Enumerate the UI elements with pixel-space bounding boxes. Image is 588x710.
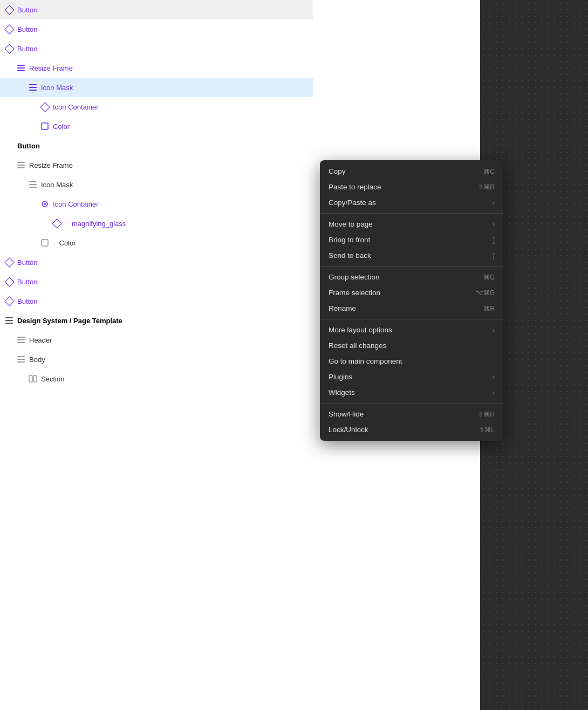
menu-item-widgets[interactable]: Widgets › [320, 385, 503, 400]
svg-point-14 [44, 203, 46, 205]
menu-item-rename[interactable]: Rename ⌘R [320, 301, 503, 316]
layer-label: Button [17, 25, 38, 33]
menu-item-copy-paste-as[interactable]: Copy/Paste as › [320, 195, 503, 210]
connector-arrow: ↓ [53, 240, 56, 246]
svg-rect-3 [29, 84, 37, 85]
menu-item-label: Go to main component [329, 357, 402, 365]
menu-item-label: Copy [329, 167, 346, 175]
submenu-arrow-icon: › [493, 326, 495, 334]
svg-rect-7 [17, 162, 25, 163]
diamond-icon [4, 5, 14, 15]
layer-label: Button [17, 297, 38, 305]
layer-item[interactable]: Color [0, 117, 313, 136]
layer-label: Button [17, 45, 38, 53]
svg-rect-20 [17, 339, 25, 340]
layer-item[interactable]: Button [0, 136, 313, 155]
shortcut-label: ⌘G [483, 274, 495, 281]
menu-item-label: More layout options [329, 326, 392, 334]
menu-item-bring-to-front[interactable]: Bring to front ] [320, 232, 503, 248]
diamond-icon [52, 219, 61, 228]
menu-item-label: Show/Hide [329, 410, 364, 418]
layer-item[interactable]: Section [0, 369, 313, 388]
layer-item[interactable]: Resize Frame [0, 58, 313, 78]
layer-item[interactable]: Button [0, 291, 313, 311]
resize-frame-icon [16, 335, 26, 345]
layer-item[interactable]: Icon Container [0, 194, 313, 214]
section-icon [28, 374, 38, 384]
layer-label: Color [59, 239, 76, 247]
layer-item[interactable]: Icon Container [0, 97, 313, 117]
menu-item-frame-selection[interactable]: Frame selection ⌥⌘G [320, 285, 503, 301]
menu-item-more-layout[interactable]: More layout options › [320, 322, 503, 338]
svg-rect-21 [17, 342, 25, 343]
menu-item-send-to-back[interactable]: Send to back [ [320, 248, 503, 263]
layer-label: Icon Container [53, 200, 99, 208]
layer-item[interactable]: ↓Color [0, 233, 313, 252]
svg-rect-6 [42, 123, 48, 129]
menu-item-reset-changes[interactable]: Reset all changes [320, 338, 503, 353]
layer-label: Icon Mask [41, 84, 73, 92]
layer-item[interactable]: Icon Mask [0, 78, 313, 97]
svg-rect-1 [17, 67, 25, 69]
layer-label: Color [53, 122, 70, 131]
layer-item[interactable]: Resize Frame [0, 155, 313, 175]
diamond-icon [4, 296, 14, 306]
submenu-arrow-icon: › [493, 199, 495, 207]
diamond-icon [40, 102, 50, 112]
menu-item-label: Copy/Paste as [329, 199, 376, 207]
svg-rect-23 [17, 359, 25, 360]
menu-item-label: Frame selection [329, 289, 380, 297]
menu-item-move-to-page[interactable]: Move to page › [320, 216, 503, 232]
layer-item[interactable]: Button [0, 0, 313, 19]
menu-divider [320, 266, 503, 267]
layer-item[interactable]: Button [0, 272, 313, 291]
menu-item-paste-replace[interactable]: Paste to replace ⇧⌘R [320, 179, 503, 195]
resize-frame-icon [4, 316, 14, 325]
layer-label: Button [17, 278, 38, 286]
diamond-icon [4, 24, 14, 34]
svg-rect-26 [33, 376, 37, 382]
layer-label: Design System / Page Template [17, 317, 122, 325]
layer-item[interactable]: Header [0, 330, 313, 350]
layer-item[interactable]: Button [0, 19, 313, 39]
layer-item[interactable]: Design System / Page Template [0, 311, 313, 330]
svg-rect-9 [17, 167, 25, 168]
svg-rect-18 [5, 323, 13, 324]
layer-label: Button [17, 142, 40, 150]
menu-item-label: Paste to replace [329, 183, 381, 191]
submenu-arrow-icon: › [493, 389, 495, 397]
layer-label: Button [17, 6, 38, 14]
svg-rect-17 [5, 320, 13, 321]
menu-item-label: Reset all changes [329, 342, 386, 350]
frame-icon [40, 238, 50, 248]
layer-item[interactable]: Button [0, 39, 313, 58]
frame-icon [40, 121, 50, 131]
svg-rect-5 [29, 90, 37, 91]
component-icon [40, 199, 50, 209]
layer-item[interactable]: │magnifying_glass [0, 214, 313, 233]
context-menu: Copy ⌘C Paste to replace ⇧⌘R Copy/Paste … [320, 160, 503, 441]
menu-item-label: Bring to front [329, 236, 370, 244]
no-icon [4, 141, 14, 151]
diamond-icon [4, 44, 14, 53]
menu-item-lock-unlock[interactable]: Lock/Unlock ⇧⌘L [320, 422, 503, 438]
shortcut-label: ⌘R [483, 305, 495, 312]
menu-item-group-selection[interactable]: Group selection ⌘G [320, 269, 503, 285]
menu-item-copy[interactable]: Copy ⌘C [320, 163, 503, 179]
menu-item-go-to-main[interactable]: Go to main component [320, 353, 503, 369]
menu-item-show-hide[interactable]: Show/Hide ⇧⌘H [320, 406, 503, 422]
layer-item[interactable]: Button [0, 252, 313, 272]
resize-frame-icon [16, 354, 26, 364]
menu-item-plugins[interactable]: Plugins › [320, 369, 503, 385]
layer-label: magnifying_glass [72, 220, 126, 228]
shortcut-label: ⌘C [483, 168, 495, 175]
resize-frame-icon [28, 180, 38, 189]
layer-item[interactable]: Icon Mask [0, 175, 313, 194]
menu-item-label: Widgets [329, 388, 355, 397]
layer-label: Body [29, 356, 45, 364]
layer-item[interactable]: Body [0, 350, 313, 369]
layer-label: Header [29, 336, 52, 344]
resize-frame-icon [28, 83, 38, 92]
diamond-icon [4, 277, 14, 286]
menu-divider [320, 213, 503, 214]
